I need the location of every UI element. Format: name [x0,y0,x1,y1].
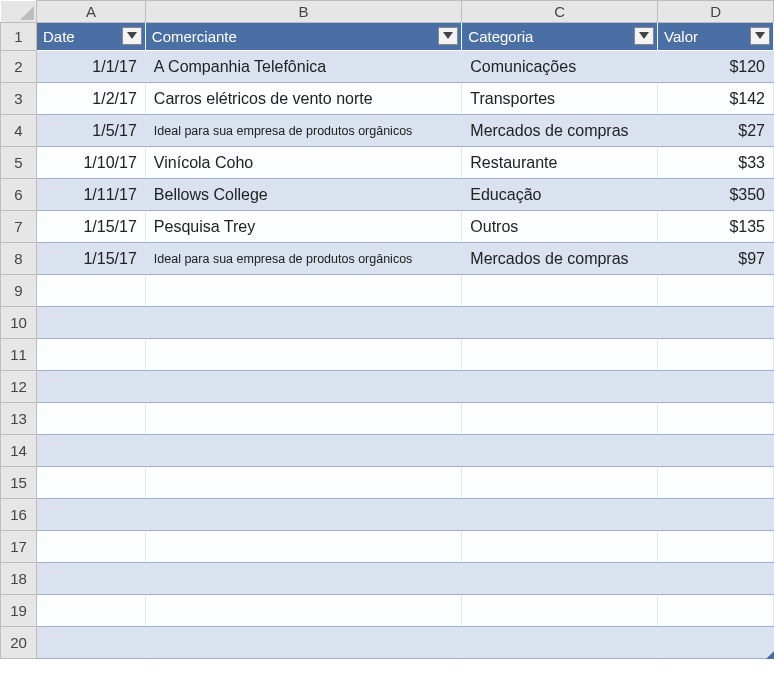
empty-cell[interactable] [462,403,658,435]
row-header-8[interactable]: 8 [1,243,37,275]
cell-merchant[interactable]: A Companhia Telefônica [145,51,461,83]
empty-cell[interactable] [36,627,145,659]
cell-date[interactable]: 1/5/17 [36,115,145,147]
empty-cell[interactable] [145,563,461,595]
cell-date[interactable]: 1/15/17 [36,243,145,275]
cell-merchant[interactable]: Bellows College [145,179,461,211]
empty-cell[interactable] [36,499,145,531]
row-header-14[interactable]: 14 [1,435,37,467]
cell-category[interactable]: Mercados de compras [462,243,658,275]
row-header-5[interactable]: 5 [1,147,37,179]
empty-cell[interactable] [658,627,774,659]
row-header-11[interactable]: 11 [1,339,37,371]
empty-cell[interactable] [462,275,658,307]
empty-cell[interactable] [462,499,658,531]
cell-date[interactable]: 1/1/17 [36,51,145,83]
row-header-20[interactable]: 20 [1,627,37,659]
row-header-16[interactable]: 16 [1,499,37,531]
empty-cell[interactable] [462,339,658,371]
empty-cell[interactable] [462,531,658,563]
cell-value[interactable]: $350 [658,179,774,211]
empty-cell[interactable] [36,403,145,435]
cell-value[interactable]: $135 [658,211,774,243]
empty-cell[interactable] [462,307,658,339]
empty-cell[interactable] [36,307,145,339]
cell-value[interactable]: $120 [658,51,774,83]
row-header-6[interactable]: 6 [1,179,37,211]
empty-cell[interactable] [145,499,461,531]
filter-btn-D[interactable] [750,27,770,45]
empty-cell[interactable] [145,403,461,435]
empty-cell[interactable] [145,467,461,499]
row-header-4[interactable]: 4 [1,115,37,147]
empty-cell[interactable] [145,307,461,339]
cell-category[interactable]: Restaurante [462,147,658,179]
empty-cell[interactable] [658,435,774,467]
cell-date[interactable]: 1/15/17 [36,211,145,243]
empty-cell[interactable] [145,531,461,563]
empty-cell[interactable] [658,275,774,307]
table-header-D[interactable]: Valor [658,23,774,51]
row-header-19[interactable]: 19 [1,595,37,627]
cell-merchant[interactable]: Carros elétricos de vento norte [145,83,461,115]
table-header-A[interactable]: Date [36,23,145,51]
column-header-C[interactable]: C [462,1,658,23]
empty-cell[interactable] [145,595,461,627]
column-header-A[interactable]: A [36,1,145,23]
cell-category[interactable]: Transportes [462,83,658,115]
empty-cell[interactable] [658,499,774,531]
row-header-13[interactable]: 13 [1,403,37,435]
cell-merchant[interactable]: Vinícola Coho [145,147,461,179]
row-header-10[interactable]: 10 [1,307,37,339]
empty-cell[interactable] [658,531,774,563]
cell-merchant[interactable]: Pesquisa Trey [145,211,461,243]
empty-cell[interactable] [462,563,658,595]
empty-cell[interactable] [658,563,774,595]
empty-cell[interactable] [145,627,461,659]
empty-cell[interactable] [145,371,461,403]
empty-cell[interactable] [658,371,774,403]
select-all-corner[interactable] [1,1,37,23]
cell-value[interactable]: $142 [658,83,774,115]
row-header-7[interactable]: 7 [1,211,37,243]
row-header-2[interactable]: 2 [1,51,37,83]
filter-btn-C[interactable] [634,27,654,45]
cell-category[interactable]: Outros [462,211,658,243]
cell-category[interactable]: Comunicações [462,51,658,83]
empty-cell[interactable] [658,307,774,339]
cell-category[interactable]: Mercados de compras [462,115,658,147]
empty-cell[interactable] [145,435,461,467]
row-header-18[interactable]: 18 [1,563,37,595]
filter-btn-A[interactable] [122,27,142,45]
empty-cell[interactable] [658,467,774,499]
empty-cell[interactable] [36,467,145,499]
cell-value[interactable]: $33 [658,147,774,179]
empty-cell[interactable] [462,371,658,403]
cell-merchant[interactable]: Ideal para sua empresa de produtos orgân… [145,243,461,275]
empty-cell[interactable] [36,595,145,627]
row-header-9[interactable]: 9 [1,275,37,307]
cell-value[interactable]: $97 [658,243,774,275]
empty-cell[interactable] [145,275,461,307]
empty-cell[interactable] [36,531,145,563]
cell-date[interactable]: 1/11/17 [36,179,145,211]
row-header-17[interactable]: 17 [1,531,37,563]
empty-cell[interactable] [145,339,461,371]
filter-btn-B[interactable] [438,27,458,45]
empty-cell[interactable] [462,595,658,627]
table-header-C[interactable]: Categoria [462,23,658,51]
empty-cell[interactable] [36,339,145,371]
cell-date[interactable]: 1/2/17 [36,83,145,115]
cell-value[interactable]: $27 [658,115,774,147]
empty-cell[interactable] [36,563,145,595]
cell-merchant[interactable]: Ideal para sua empresa de produtos orgân… [145,115,461,147]
column-header-B[interactable]: B [145,1,461,23]
row-header-12[interactable]: 12 [1,371,37,403]
empty-cell[interactable] [658,595,774,627]
cell-date[interactable]: 1/10/17 [36,147,145,179]
cell-category[interactable]: Educação [462,179,658,211]
empty-cell[interactable] [36,275,145,307]
row-header-1[interactable]: 1 [1,23,37,51]
table-header-B[interactable]: Comerciante [145,23,461,51]
spreadsheet-grid[interactable]: ABCD1 Date Comerciante Categoria [0,0,774,659]
